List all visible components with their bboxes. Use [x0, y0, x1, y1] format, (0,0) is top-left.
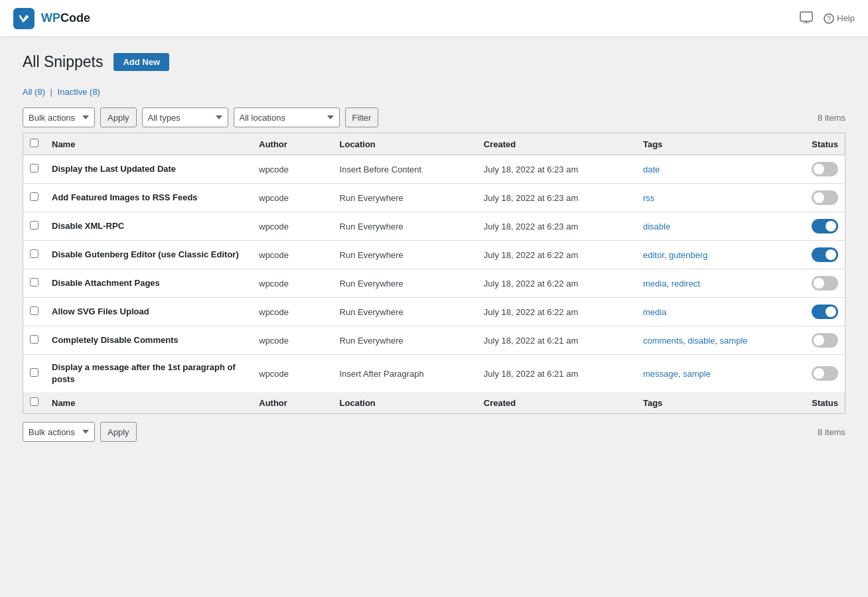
row-location-cell: Run Everywhere — [333, 212, 477, 241]
col-header-author: Author — [252, 133, 332, 155]
row-name-cell: Disable XML-RPC — [45, 212, 252, 241]
snippet-name-link[interactable]: Allow SVG Files Upload — [52, 306, 149, 316]
tag-link[interactable]: rss — [643, 193, 654, 203]
tag-link[interactable]: message — [643, 369, 678, 379]
row-author-cell: wpcode — [252, 269, 332, 298]
row-status-cell — [764, 326, 845, 355]
status-toggle[interactable] — [812, 366, 838, 381]
toggle-slider — [812, 333, 838, 348]
col-header-created: Created — [477, 133, 636, 155]
help-label: Help — [837, 13, 855, 23]
tag-link[interactable]: comments — [643, 336, 683, 346]
row-tags-cell: media — [636, 298, 764, 326]
tag-link[interactable]: date — [643, 165, 660, 174]
status-toggle[interactable] — [812, 219, 838, 233]
status-toggle[interactable] — [812, 333, 838, 348]
table-body: Display the Last Updated DatewpcodeInser… — [23, 155, 845, 393]
filter-all-link[interactable]: All (8) — [23, 87, 48, 97]
row-created-cell: July 18, 2022 at 6:23 am — [477, 212, 636, 241]
row-checkbox[interactable] — [30, 335, 38, 344]
row-created-cell: July 18, 2022 at 6:21 am — [477, 355, 636, 393]
table-row: Display a message after the 1st paragrap… — [23, 355, 845, 393]
select-all-checkbox[interactable] — [30, 139, 38, 147]
snippet-name-link[interactable]: Disable Gutenberg Editor (use Classic Ed… — [52, 249, 239, 259]
row-checkbox[interactable] — [30, 164, 38, 172]
row-name-cell: Disable Attachment Pages — [45, 269, 252, 298]
row-checkbox[interactable] — [30, 192, 38, 201]
row-author-cell: wpcode — [252, 241, 332, 269]
tag-link[interactable]: gutenberg — [669, 250, 708, 260]
snippet-name-link[interactable]: Add Featured Images to RSS Feeds — [52, 192, 198, 202]
status-toggle[interactable] — [812, 276, 838, 291]
status-toggle[interactable] — [812, 304, 838, 319]
snippet-name-link[interactable]: Display the Last Updated Date — [52, 164, 176, 174]
row-checkbox[interactable] — [30, 221, 38, 230]
row-author-cell: wpcode — [252, 298, 332, 326]
row-checkbox-cell — [23, 241, 46, 269]
row-checkbox[interactable] — [30, 278, 38, 287]
filter-button[interactable]: Filter — [345, 107, 379, 127]
nav-actions: ? Help — [800, 11, 855, 25]
items-count-top: 8 items — [818, 113, 845, 123]
row-tags-cell: message, sample — [636, 355, 764, 393]
col-footer-created: Created — [477, 392, 636, 414]
apply-button-bottom[interactable]: Apply — [100, 422, 137, 442]
row-location-cell: Run Everywhere — [333, 269, 477, 298]
tag-link[interactable]: media — [643, 279, 666, 289]
tag-link[interactable]: redirect — [672, 279, 700, 289]
status-toggle[interactable] — [812, 190, 838, 205]
tag-link[interactable]: sample — [683, 369, 711, 379]
screen-options-icon[interactable] — [800, 11, 813, 25]
snippet-name-link[interactable]: Completely Disable Comments — [52, 335, 179, 345]
row-checkbox-cell — [23, 298, 46, 326]
row-tags-cell: rss — [636, 184, 764, 212]
row-tags-cell: media, redirect — [636, 269, 764, 298]
row-status-cell — [764, 155, 845, 184]
bulk-actions-select-bottom[interactable]: Bulk actions — [23, 422, 95, 442]
snippet-name-link[interactable]: Display a message after the 1st paragrap… — [52, 362, 236, 384]
toggle-slider — [812, 247, 838, 262]
tag-link[interactable]: disable — [643, 222, 670, 232]
row-created-cell: July 18, 2022 at 6:22 am — [477, 298, 636, 326]
bottom-toolbar: Bulk actions Apply 8 items — [23, 417, 845, 447]
snippets-table: Name Author Location Created Tags Status… — [23, 133, 845, 414]
col-header-checkbox — [23, 133, 46, 155]
tag-link[interactable]: sample — [720, 336, 748, 346]
apply-button-top[interactable]: Apply — [100, 107, 137, 127]
row-checkbox[interactable] — [30, 306, 38, 315]
svg-text:?: ? — [827, 15, 831, 23]
all-types-select[interactable]: All types — [142, 107, 228, 127]
all-locations-select[interactable]: All locations — [234, 107, 340, 127]
status-toggle[interactable] — [812, 162, 838, 176]
select-all-checkbox-bottom[interactable] — [30, 397, 38, 406]
tag-link[interactable]: media — [643, 307, 666, 317]
filter-inactive-link[interactable]: Inactive (8) — [58, 87, 100, 97]
col-header-tags: Tags — [636, 133, 764, 155]
status-toggle[interactable] — [812, 247, 838, 262]
row-tags-cell: editor, gutenberg — [636, 241, 764, 269]
tag-link[interactable]: editor — [643, 250, 664, 260]
snippet-name-link[interactable]: Disable XML-RPC — [52, 221, 124, 231]
add-new-button[interactable]: Add New — [113, 53, 169, 71]
row-checkbox[interactable] — [30, 249, 38, 258]
table-footer-row: Name Author Location Created Tags Status — [23, 392, 845, 414]
snippet-name-link[interactable]: Disable Attachment Pages — [52, 278, 160, 288]
col-header-status: Status — [764, 133, 845, 155]
filter-all-label: All — [23, 87, 32, 97]
nav-brand: WPCode — [13, 8, 90, 29]
help-link[interactable]: ? Help — [824, 13, 855, 24]
row-location-cell: Run Everywhere — [333, 298, 477, 326]
row-created-cell: July 18, 2022 at 6:22 am — [477, 269, 636, 298]
row-checkbox-cell — [23, 155, 46, 184]
wpcode-logo-icon — [13, 8, 35, 29]
bulk-actions-select[interactable]: Bulk actions — [23, 107, 95, 127]
filter-inactive-label: Inactive — [58, 87, 88, 97]
row-checkbox[interactable] — [30, 368, 38, 377]
row-name-cell: Display a message after the 1st paragrap… — [45, 355, 252, 393]
toggle-slider — [812, 366, 838, 381]
tag-link[interactable]: disable — [687, 336, 715, 346]
toggle-slider — [812, 304, 838, 319]
row-tags-cell: date — [636, 155, 764, 184]
row-status-cell — [764, 298, 845, 326]
row-status-cell — [764, 184, 845, 212]
